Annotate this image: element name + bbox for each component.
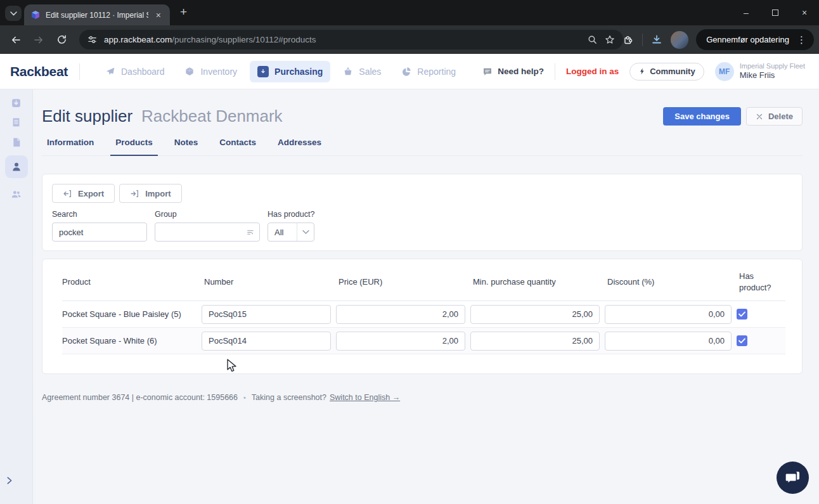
tab-search-button[interactable] — [5, 6, 22, 21]
box-download-icon — [11, 98, 22, 108]
screenshot-text: Taking a screenshot? — [252, 393, 326, 402]
chevron-down-icon — [10, 11, 17, 16]
sidebar-item-documents[interactable] — [6, 132, 27, 152]
community-label: Community — [650, 67, 695, 76]
checkmark-icon — [738, 338, 745, 344]
main-nav: Dashboard Inventory Purchasing Sales Rep… — [98, 61, 463, 82]
tab-information[interactable]: Information — [42, 138, 99, 156]
rackbeat-favicon — [30, 10, 41, 20]
bookmark-star-icon[interactable] — [604, 34, 616, 46]
toolbar-separator — [642, 34, 643, 46]
chevron-down-icon — [297, 230, 314, 235]
nav-label: Dashboard — [121, 67, 165, 77]
reload-button[interactable] — [51, 34, 72, 46]
number-input[interactable] — [202, 332, 331, 351]
need-help-label: Need help? — [498, 67, 544, 76]
tab-addresses[interactable]: Addresses — [273, 138, 326, 156]
cube-icon — [184, 67, 195, 77]
chat-widget-button[interactable] — [777, 462, 809, 494]
has-product-checkbox[interactable] — [737, 335, 747, 346]
tab-products[interactable]: Products — [110, 138, 158, 156]
export-button[interactable]: Export — [52, 184, 115, 203]
min-qty-input[interactable] — [470, 332, 600, 351]
supplier-name: Rackbeat Denmark — [141, 107, 283, 126]
chevron-right-icon — [4, 475, 15, 486]
nav-item-inventory[interactable]: Inventory — [177, 61, 245, 82]
nav-item-sales[interactable]: Sales — [335, 61, 389, 82]
footer-bullet: • — [243, 394, 246, 401]
window-maximize-button[interactable] — [761, 10, 790, 16]
help-chat-icon — [482, 67, 493, 77]
browser-menu-icon[interactable]: ⋮ — [797, 34, 806, 46]
community-button[interactable]: Community — [629, 63, 704, 81]
header-divider — [555, 63, 555, 80]
delete-button[interactable]: Delete — [746, 107, 803, 126]
close-x-icon — [756, 113, 763, 120]
search-label: Search — [52, 210, 147, 219]
url-bar[interactable]: app.rackbeat.com/purchasing/suppliers/10… — [79, 30, 623, 49]
price-input[interactable] — [336, 305, 465, 324]
import-button[interactable]: Import — [119, 184, 181, 203]
browser-profile-avatar[interactable] — [671, 31, 688, 49]
save-changes-button[interactable]: Save changes — [663, 107, 741, 126]
window-minimize-button[interactable]: – — [732, 8, 761, 18]
table-header: Product Number Price (EUR) Min. purchase… — [62, 271, 785, 301]
switch-to-english-link[interactable]: Switch to English → — [330, 393, 400, 402]
page-title: Edit supplier — [42, 107, 132, 126]
browser-tab[interactable]: Edit supplier 10112 · Imperial Su × — [24, 4, 170, 25]
group-input[interactable] — [155, 223, 260, 242]
new-tab-button[interactable]: + — [180, 5, 187, 19]
zoom-icon[interactable] — [587, 34, 598, 45]
logged-in-as-badge[interactable]: Logged in as — [566, 67, 619, 76]
col-number: Number — [202, 276, 336, 288]
window-close-button[interactable]: × — [790, 8, 819, 18]
has-product-select[interactable]: All — [268, 223, 314, 242]
reload-icon — [56, 34, 67, 45]
user-menu[interactable]: MF Imperial Supply Fleet Mike Friis — [715, 61, 805, 81]
table-row: Pocket Square - Blue Paisley (5) — [62, 301, 785, 328]
tab-contacts[interactable]: Contacts — [214, 138, 261, 156]
sidebar-item-purchase-orders[interactable] — [6, 93, 27, 113]
nav-item-reporting[interactable]: Reporting — [394, 61, 463, 82]
download-icon[interactable] — [650, 34, 663, 46]
pie-chart-icon — [401, 67, 411, 77]
sidebar-expand-button[interactable] — [4, 475, 15, 486]
discount-input[interactable] — [605, 332, 732, 351]
tab-notes[interactable]: Notes — [169, 138, 203, 156]
url-path: /purchasing/suppliers/10112#products — [172, 35, 316, 44]
update-chrome-button[interactable]: Gennemfør opdatering ⋮ — [696, 29, 814, 50]
search-input[interactable] — [52, 223, 147, 242]
export-label: Export — [78, 189, 104, 198]
table-row: Pocket Square - White (6) — [62, 328, 785, 354]
col-discount: Discount (%) — [605, 276, 737, 288]
col-price: Price (EUR) — [336, 276, 470, 288]
min-qty-input[interactable] — [470, 305, 600, 324]
discount-input[interactable] — [605, 305, 732, 324]
group-label: Group — [155, 210, 260, 219]
tab-close-icon[interactable]: × — [153, 10, 164, 21]
number-input[interactable] — [202, 305, 331, 324]
need-help-button[interactable]: Need help? — [482, 67, 544, 77]
extensions-icon[interactable] — [622, 34, 635, 46]
nav-label: Purchasing — [274, 67, 323, 77]
sidebar-item-suppliers[interactable] — [5, 155, 28, 178]
box-arrow-down-icon — [257, 66, 269, 77]
back-button[interactable] — [5, 34, 27, 46]
person-icon — [11, 161, 22, 172]
update-chrome-label: Gennemfør opdatering — [706, 35, 789, 44]
price-input[interactable] — [336, 332, 465, 351]
nav-item-purchasing[interactable]: Purchasing — [250, 61, 330, 82]
export-icon — [63, 190, 72, 198]
sidebar-item-customers[interactable] — [6, 184, 27, 204]
product-name: Pocket Square - Blue Paisley (5) — [62, 309, 202, 319]
nav-item-dashboard[interactable]: Dashboard — [98, 61, 172, 82]
has-product-checkbox[interactable] — [737, 309, 747, 320]
rackbeat-logo[interactable]: Rackbeat — [10, 64, 68, 79]
site-settings-icon — [87, 34, 98, 45]
basket-icon — [343, 67, 353, 77]
product-name: Pocket Square - White (6) — [62, 336, 202, 346]
forward-button[interactable] — [28, 34, 49, 46]
company-name: Imperial Supply Fleet — [740, 61, 805, 70]
rocket-icon — [105, 67, 115, 77]
sidebar-item-receipts[interactable] — [6, 113, 27, 132]
